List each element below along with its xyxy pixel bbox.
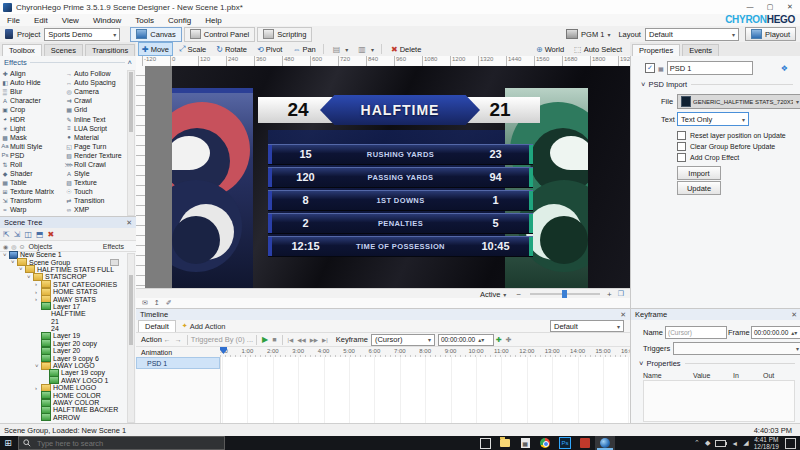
effect-roll-crawl[interactable]: ⋙Roll Crawl (64, 160, 128, 169)
prev-keyframe-icon[interactable]: ◀◀ (297, 337, 305, 343)
snapshot-icon[interactable]: ✉ (142, 299, 148, 307)
next-action-icon[interactable]: → (175, 336, 182, 343)
effect-auto-hide[interactable]: ◧Auto Hide (0, 78, 64, 87)
zoom-slider-thumb[interactable] (562, 290, 567, 298)
menu-edit[interactable]: Edit (27, 16, 55, 25)
tree-node-halftime-stats-full[interactable]: ˅HALFTIME STATS FULL (0, 266, 129, 273)
tree-node-scene-group[interactable]: ˅Scene Group (0, 258, 129, 265)
world-button[interactable]: ⊕World (532, 42, 568, 56)
menu-config[interactable]: Config (161, 16, 198, 25)
tab-control-panel[interactable]: Control Panel (184, 27, 255, 42)
effect-render-texture[interactable]: ▧Render Texture (64, 151, 128, 160)
network-icon[interactable]: ◢ (743, 439, 748, 447)
pan-button[interactable]: ⇔Pan (288, 42, 319, 56)
toolbox-tab-toolbox[interactable]: Toolbox (2, 44, 42, 56)
add-object-icon[interactable]: ⇱ (3, 230, 10, 239)
scene-tree-scrollbar[interactable] (127, 253, 135, 423)
inspector-tab-properties[interactable]: Properties (632, 44, 680, 56)
keyframe-name-field[interactable]: (Cursor) (665, 326, 727, 339)
effect-auto-spacing[interactable]: ↔Auto Spacing (64, 78, 128, 87)
effect-blur[interactable]: ▒Blur (0, 87, 64, 96)
psd-import-section-header[interactable]: ˅ PSD Import (641, 80, 793, 89)
file-select[interactable]: GENERIC_HALFTIME STATS_720X3702.psd ▾ (677, 94, 800, 109)
effect-character[interactable]: ACharacter (0, 96, 64, 105)
text-mode-select[interactable]: Text Only▾ (677, 112, 749, 126)
triggered-by-button[interactable]: Triggered By (0) ... (191, 335, 253, 344)
edit-icon[interactable]: ✐ (166, 299, 172, 307)
calculator-button[interactable]: ▦ (515, 436, 535, 450)
dropdown-arrow-icon[interactable]: ▾ (607, 31, 610, 38)
effect-touch[interactable]: ☉Touch (64, 187, 128, 196)
notification-icon[interactable] (785, 438, 796, 449)
menu-help[interactable]: Help (198, 16, 228, 25)
minimize-button[interactable]: — (740, 0, 760, 14)
fit-view-icon[interactable]: ❒ (618, 290, 624, 298)
tree-node-away-color[interactable]: AWAY COLOR (0, 399, 129, 406)
tree-node-halftime-backer[interactable]: HALFTIME BACKER (0, 406, 129, 413)
stop-icon[interactable]: ■ (272, 336, 276, 343)
tree-node-layer-20[interactable]: Layer 20 (0, 347, 129, 354)
effect-inline-text[interactable]: ✎Inline Text (64, 114, 128, 123)
play-icon[interactable]: ▶ (262, 335, 268, 344)
tree-node-layer-9-copy-6[interactable]: Layer 9 copy 6 (0, 354, 129, 361)
menu-file[interactable]: File (0, 16, 27, 25)
pivot-button[interactable]: ⟲Pivot (253, 42, 286, 56)
effect-crawl[interactable]: ⇉Crawl (64, 96, 128, 105)
reorder-icon[interactable]: ⇲ (14, 230, 21, 239)
psd-enabled-checkbox[interactable]: ✓ (645, 63, 655, 73)
export-icon[interactable]: ↥ (154, 299, 160, 307)
tree-node-home-color[interactable]: HOME COLOR (0, 391, 129, 398)
canvas-viewport[interactable]: 24 21 HALFTIME 15RUSHING YARDS23120PASSI… (145, 66, 630, 288)
chrome-button[interactable] (535, 436, 555, 450)
close-icon[interactable]: ✕ (620, 311, 626, 319)
effect-auto-follow[interactable]: →Auto Follow (64, 69, 128, 78)
prime-app-button[interactable] (595, 436, 615, 450)
checkbox-clear-group-before-update[interactable]: Clear Group Before Update (677, 141, 797, 152)
tree-node-home-stats[interactable]: ›HOME STATS (0, 288, 129, 295)
effect-xmp[interactable]: ∞XMP (64, 205, 128, 214)
tree-node-21[interactable]: 21 (0, 318, 129, 325)
import-button[interactable]: Import (677, 166, 721, 180)
frame-spinner[interactable]: 00:00:00.00▴▾ (751, 326, 800, 339)
remove-keyframe-icon[interactable]: ✚ (506, 336, 512, 344)
timeline-preset-select[interactable]: Default▾ (550, 320, 624, 332)
search-input[interactable] (35, 438, 209, 449)
zoom-slider[interactable] (530, 293, 600, 295)
tab-canvas[interactable]: Canvas (130, 27, 181, 42)
tree-node-away-logo[interactable]: ˅AWAY LOGO (0, 362, 129, 369)
tree-node-halftime[interactable]: HALFTIME (0, 310, 129, 317)
delete-icon[interactable]: ✖ (48, 230, 55, 239)
delete-button[interactable]: ✖Delete (387, 42, 425, 56)
effect-lua-script[interactable]: ≡LUA Script (64, 124, 128, 133)
layer-order-button[interactable]: ▤▾ (329, 42, 353, 56)
update-button[interactable]: Update (677, 181, 721, 195)
effects-section-header[interactable]: Effects˄ (0, 56, 136, 68)
align-layers-button[interactable]: ▥▾ (354, 42, 378, 56)
effect-roll[interactable]: ⇅Roll (0, 160, 64, 169)
effect-table[interactable]: ▦Table (0, 178, 64, 187)
effect-texture-matrix[interactable]: ⊞Texture Matrix (0, 187, 64, 196)
effect-grid[interactable]: ▦Grid (64, 105, 128, 114)
tree-node-statscrop[interactable]: ˅STATSCROP (0, 273, 129, 280)
tree-node-layer-20-copy[interactable]: Layer 20 copy (0, 340, 129, 347)
tree-node-home-logo[interactable]: ›HOME LOGO (0, 384, 129, 391)
tree-node-arrow[interactable]: ARROW (0, 414, 129, 421)
effect-psd[interactable]: PsPSD (0, 151, 64, 160)
task-view-button[interactable] (475, 436, 495, 450)
psd-name-field[interactable]: PSD 1 (667, 61, 753, 75)
effect-material[interactable]: ●Material (64, 133, 128, 142)
checkbox-reset-layer-position-on-update[interactable]: Reset layer position on Update (677, 130, 797, 141)
tree-node-layer-19[interactable]: Layer 19 (0, 332, 129, 339)
effect-transition[interactable]: ⇄Transition (64, 196, 128, 205)
tree-node-layer-17[interactable]: Layer 17 (0, 303, 129, 310)
battery-icon[interactable] (715, 440, 726, 447)
timeline-grid[interactable] (220, 357, 630, 424)
screenshot-icon[interactable]: ◫ (24, 230, 32, 239)
start-button[interactable]: ⊞ (0, 438, 16, 448)
checkbox-add-crop-effect[interactable]: Add Crop Effect (677, 152, 797, 163)
keyframe-properties-header[interactable]: ˅ Properties (639, 359, 795, 368)
psd-refresh-icon[interactable]: ❖ (781, 64, 788, 73)
track-psd1[interactable]: PSD 1 (136, 357, 220, 369)
pgm-select[interactable]: PGM 1 (581, 30, 604, 39)
inspector-tab-events[interactable]: Events (682, 44, 719, 56)
